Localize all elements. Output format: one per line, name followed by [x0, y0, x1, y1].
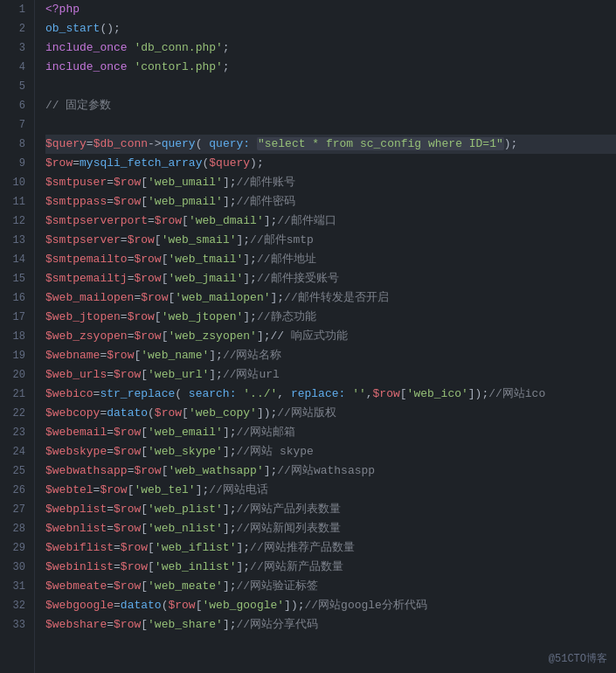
token-var: $row: [128, 310, 155, 323]
code-line: $webskype=$row['web_skype'];//网站 skype: [45, 442, 616, 461]
token-var: $row: [114, 522, 141, 535]
token-plain: ];: [243, 253, 257, 266]
token-plain: [345, 387, 352, 400]
token-plain: ];: [223, 579, 237, 593]
token-cm: //网站分享代码: [237, 618, 319, 631]
token-plain: =: [107, 195, 114, 208]
code-line: $webiflist=$row['web_iflist'];//网站推荐产品数量: [45, 538, 616, 558]
token-plain: ,: [277, 387, 291, 400]
code-line: $webgoogle=datato($row['web_google']);//…: [45, 596, 616, 615]
token-str: 'web_google': [202, 599, 284, 612]
token-var: $query: [209, 156, 250, 170]
token-str: 'web_ico': [407, 387, 468, 400]
token-plain: [: [141, 445, 148, 458]
token-var: $row: [114, 195, 141, 208]
code-line: $web_zsyopen=$row['web_zsyopen'];// 响应式功…: [45, 327, 616, 346]
token-plain: (: [196, 137, 210, 150]
token-str: 'contorl.php': [134, 60, 222, 73]
token-cm: //网站产品列表数量: [237, 503, 342, 516]
code-line: $webmeate=$row['web_meate'];//网站验证标签: [45, 577, 616, 596]
code-line: ob_start();: [45, 19, 616, 38]
token-plain: =: [107, 445, 114, 458]
token-str: 'web_inlist': [155, 560, 237, 573]
line-number: 19: [0, 346, 25, 365]
token-cm: //静态功能: [257, 310, 316, 323]
token-plain: [: [141, 195, 148, 208]
token-plain: ];: [223, 522, 237, 535]
token-var: $smtpemailtj: [45, 272, 128, 285]
token-var: $web_jtopen: [45, 310, 121, 323]
line-number: 18: [0, 327, 25, 346]
watermark: @51CTO博客: [549, 651, 607, 666]
token-str: 'web_name': [141, 349, 209, 362]
token-plain: =: [107, 426, 114, 439]
code-line: $webnlist=$row['web_nlist'];//网站新闻列表数量: [45, 519, 616, 538]
token-plain: ];: [223, 503, 237, 516]
code-line: [45, 115, 616, 135]
line-number: 5: [0, 77, 25, 96]
token-query-label: query:: [209, 137, 250, 150]
token-kw: include_once: [45, 41, 128, 54]
line-number: 29: [0, 538, 25, 558]
token-var: $row: [134, 464, 161, 477]
token-plain: [: [141, 618, 148, 631]
token-cm: //邮件端口: [277, 214, 336, 227]
token-str: 'web_jtopen': [162, 310, 244, 323]
token-var: $smtppass: [45, 195, 107, 208]
token-var: $query: [45, 137, 87, 150]
token-plain: [: [148, 560, 155, 573]
token-var: $row: [114, 503, 141, 516]
token-cm: //邮件密码: [237, 195, 296, 208]
token-fn: datato: [107, 406, 148, 420]
code-line: $webico=str_replace( search: '../', repl…: [45, 385, 616, 404]
token-var: $row: [121, 541, 148, 554]
token-plain: =: [114, 560, 121, 573]
line-number: 25: [0, 461, 25, 481]
code-line: <?php: [45, 0, 616, 19]
code-line: $row=mysqli_fetch_array($query);: [45, 154, 616, 173]
code-line: include_once 'db_conn.php';: [45, 38, 616, 58]
line-number: 10: [0, 173, 25, 192]
token-var: $webnlist: [45, 522, 107, 535]
token-var: $smtpserver: [45, 233, 121, 246]
code-line: $smtpserver=$row['web_smail'];//邮件smtp: [45, 231, 616, 250]
token-var: $webtel: [45, 483, 93, 496]
token-str: 'web_meate': [148, 579, 223, 593]
token-str: 'web_smail': [162, 233, 237, 246]
code-line: $smtppass=$row['web_pmail'];//邮件密码: [45, 192, 616, 212]
token-var: $row: [134, 272, 161, 285]
line-number: 4: [0, 58, 25, 77]
code-line: $smtpemailto=$row['web_tmail'];//邮件地址: [45, 250, 616, 269]
token-plain: ];: [223, 618, 237, 631]
line-number: 31: [0, 577, 25, 596]
token-var: $webgoogle: [45, 599, 114, 612]
token-plain: =: [121, 233, 128, 246]
token-str: 'web_zsyopen': [168, 330, 256, 343]
token-plain: =: [107, 368, 114, 381]
token-var: $webshare: [45, 618, 107, 631]
line-number: 22: [0, 404, 25, 423]
line-number: 6: [0, 96, 25, 115]
code-container: 1234567891011121314151617181920212223242…: [0, 0, 616, 673]
token-cm: //网站新闻列表数量: [237, 522, 342, 535]
token-str: 'web_dmail': [189, 214, 264, 227]
token-var: $row: [155, 214, 182, 227]
token-plain: ];: [264, 464, 278, 477]
line-number: 8: [0, 135, 25, 154]
token-var: $row: [155, 406, 182, 420]
line-number: 9: [0, 154, 25, 173]
token-plain: ];: [223, 445, 237, 458]
token-plain: [: [141, 579, 148, 593]
code-line: include_once 'contorl.php';: [45, 58, 616, 77]
token-var: $row: [114, 445, 141, 458]
token-plain: =: [73, 156, 80, 170]
token-var: $row: [128, 233, 155, 246]
token-var: $row: [373, 387, 400, 400]
line-number: 7: [0, 115, 25, 135]
token-str: '../': [243, 387, 277, 400]
token-str: 'web_nlist': [148, 522, 223, 535]
token-query-label: search:: [189, 387, 237, 400]
token-plain: [: [182, 214, 189, 227]
token-var: $row: [114, 368, 141, 381]
token-cm: //网站google分析代码: [305, 599, 427, 612]
